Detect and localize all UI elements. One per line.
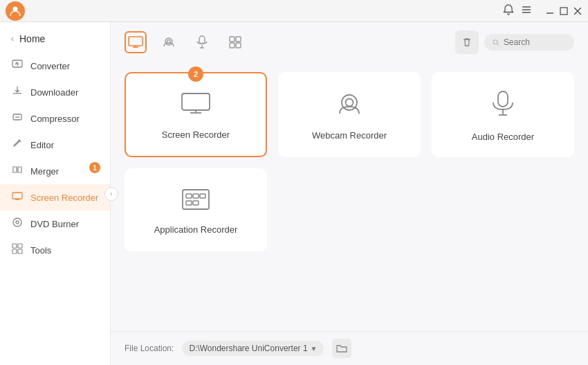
svg-rect-45: [186, 194, 192, 198]
sidebar-item-dvd-burner[interactable]: DVD Burner: [0, 211, 110, 237]
tab-screen[interactable]: [125, 31, 147, 53]
svg-line-35: [497, 44, 499, 46]
search-icon: [493, 38, 499, 47]
merger-label: Merger: [30, 166, 59, 177]
bell-icon[interactable]: [502, 3, 515, 18]
screen-recorder-card[interactable]: 2 Screen Recorder: [125, 72, 267, 157]
screen-recorder-card-label: Screen Recorder: [162, 130, 230, 140]
converter-label: Converter: [30, 61, 70, 71]
audio-recorder-card-icon: [490, 90, 515, 123]
svg-rect-30: [230, 37, 235, 42]
application-recorder-card-label: Application Recorder: [154, 224, 238, 235]
application-recorder-card[interactable]: Application Recorder: [125, 168, 267, 251]
screen-recorder-badge: 2: [188, 66, 203, 82]
sidebar-collapse-button[interactable]: ‹: [104, 187, 118, 201]
toolbar: [111, 22, 588, 61]
svg-rect-22: [129, 37, 143, 46]
compressor-label: Compressor: [30, 114, 80, 124]
bottom-bar: File Location: D:\Wondershare UniConvert…: [111, 331, 588, 365]
svg-rect-27: [199, 36, 205, 44]
main-content: 2 Screen Recorder: [111, 22, 588, 365]
sidebar-item-tools[interactable]: Tools: [0, 237, 110, 263]
titlebar-icons: [502, 3, 533, 18]
maximize-button[interactable]: [559, 6, 569, 16]
svg-rect-46: [193, 194, 199, 198]
svg-rect-13: [12, 193, 22, 199]
trash-button[interactable]: [455, 30, 479, 54]
svg-rect-18: [12, 244, 17, 248]
svg-rect-31: [236, 37, 241, 42]
svg-point-40: [346, 99, 353, 107]
editor-icon: [11, 138, 24, 152]
toolbar-tabs: [125, 31, 447, 53]
tab-apps[interactable]: [224, 31, 246, 53]
webcam-recorder-card[interactable]: Webcam Recorder: [278, 72, 421, 157]
tools-label: Tools: [30, 245, 51, 256]
chevron-down-icon: ▼: [311, 345, 318, 353]
sidebar: ‹ Home Converter Downloader: [0, 22, 111, 365]
webcam-recorder-card-label: Webcam Recorder: [312, 130, 387, 141]
file-path-text: D:\Wondershare UniConverter 1: [189, 344, 307, 353]
tab-webcam[interactable]: [158, 31, 180, 53]
converter-icon: [11, 59, 24, 73]
svg-rect-41: [498, 91, 508, 107]
svg-point-25: [165, 38, 172, 45]
file-location-label: File Location:: [125, 344, 174, 353]
svg-rect-48: [186, 201, 192, 205]
webcam-recorder-card-icon: [336, 91, 363, 122]
tools-icon: [11, 243, 24, 257]
sidebar-home[interactable]: ‹ Home: [0, 28, 110, 53]
svg-rect-21: [18, 249, 22, 253]
application-recorder-card-icon: [181, 188, 210, 216]
screen-recorder-label: Screen Recorder: [30, 193, 98, 203]
file-location-select[interactable]: D:\Wondershare UniConverter 1 ▼: [182, 341, 324, 356]
minimize-button[interactable]: [545, 6, 555, 16]
app-body: ‹ Home Converter Downloader: [0, 22, 588, 365]
open-folder-button[interactable]: [332, 339, 351, 358]
svg-rect-33: [236, 43, 241, 48]
svg-rect-49: [193, 201, 199, 205]
editor-label: Editor: [30, 140, 54, 150]
merger-badge: 1: [89, 162, 100, 173]
svg-rect-32: [230, 43, 235, 48]
audio-recorder-card-label: Audio Recorder: [472, 132, 534, 142]
dvd-burner-label: DVD Burner: [30, 219, 79, 229]
svg-point-34: [493, 39, 497, 44]
tab-audio[interactable]: [191, 31, 213, 53]
close-button[interactable]: [573, 6, 582, 16]
sidebar-item-merger[interactable]: Merger 1: [0, 158, 110, 184]
menu-icon[interactable]: [520, 3, 533, 18]
audio-recorder-card[interactable]: Audio Recorder: [432, 72, 574, 157]
title-bar: [0, 0, 588, 22]
downloader-label: Downloader: [30, 87, 78, 98]
svg-rect-36: [182, 94, 210, 110]
back-arrow-icon: ‹: [11, 34, 14, 44]
screen-recorder-card-icon: [181, 92, 211, 121]
sidebar-item-editor[interactable]: Editor: [0, 132, 110, 158]
sidebar-item-downloader[interactable]: Downloader: [0, 79, 110, 105]
sidebar-item-compressor[interactable]: Compressor: [0, 105, 110, 132]
downloader-icon: [11, 85, 24, 99]
screen-recorder-icon: [11, 190, 24, 204]
svg-rect-44: [183, 190, 209, 209]
dvd-burner-icon: [11, 217, 24, 231]
sidebar-item-converter[interactable]: Converter: [0, 53, 110, 79]
sidebar-item-screen-recorder[interactable]: Screen Recorder: [0, 184, 110, 211]
merger-icon: [11, 164, 24, 178]
toolbar-right: [455, 30, 574, 54]
svg-point-17: [16, 221, 19, 224]
home-label: Home: [19, 33, 45, 44]
recorder-grid: 2 Screen Recorder: [125, 72, 574, 251]
search-box[interactable]: [484, 34, 574, 51]
user-avatar[interactable]: [6, 1, 25, 21]
compressor-icon: [11, 112, 24, 125]
svg-rect-5: [560, 8, 567, 15]
grid-area: 2 Screen Recorder: [111, 61, 588, 331]
search-input[interactable]: [504, 37, 566, 47]
svg-point-16: [13, 218, 21, 226]
svg-rect-47: [200, 194, 205, 198]
svg-rect-19: [18, 244, 22, 248]
svg-rect-20: [12, 249, 17, 253]
